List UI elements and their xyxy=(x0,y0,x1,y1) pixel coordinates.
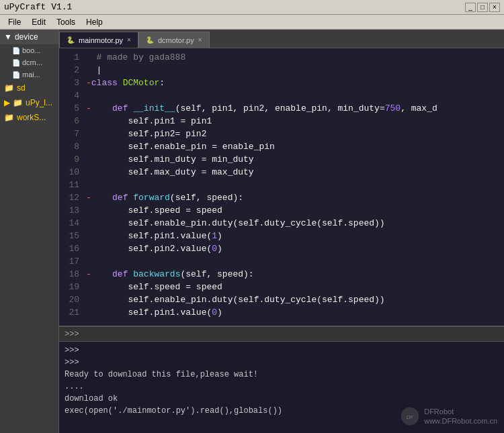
sidebar-item-works[interactable]: 📁 workS... xyxy=(0,110,58,125)
watermark-text: DFRobot www.DFRobot.com.cn xyxy=(424,407,497,426)
terminal-bar: >>> xyxy=(59,327,504,342)
sidebar-item-sd[interactable]: 📁 sd xyxy=(0,81,58,95)
window-controls: _ □ × xyxy=(464,3,500,12)
sidebar-device-label: device xyxy=(15,32,38,42)
sidebar: ▼ device 📄 boo... 📄 dcm... 📄 mai... 📁 sd… xyxy=(0,30,59,433)
watermark-brand: DFRobot xyxy=(424,407,497,416)
maximize-button[interactable]: □ xyxy=(477,3,488,12)
menu-help[interactable]: Help xyxy=(81,16,108,28)
terminal-prompt-label: >>> xyxy=(65,330,79,339)
terminal-line-3: Ready to download this file,please wait! xyxy=(65,369,499,381)
file-icon-mai: 📄 xyxy=(12,71,20,79)
sidebar-device[interactable]: ▼ device xyxy=(0,30,58,44)
sidebar-label-boo: boo... xyxy=(22,46,41,54)
editor-area: 🐍 mainmotor.py × 🐍 dcmotor.py × 1 2 3 4 … xyxy=(59,30,504,433)
sidebar-label-works: workS... xyxy=(17,113,46,122)
app-title: uPyCraft V1.1 xyxy=(4,2,72,12)
tab-close-mainmotor[interactable]: × xyxy=(127,36,131,44)
title-bar: uPyCraft V1.1 _ □ × xyxy=(0,0,504,15)
menu-edit[interactable]: Edit xyxy=(26,16,51,28)
triangle-icon: ▼ xyxy=(4,32,12,42)
menu-bar: File Edit Tools Help xyxy=(0,15,504,30)
menu-tools[interactable]: Tools xyxy=(51,16,81,28)
file-icon-boo: 📄 xyxy=(12,47,20,54)
tab-dcmotor[interactable]: 🐍 dcmotor.py × xyxy=(138,32,210,48)
sidebar-label-mai: mai... xyxy=(22,70,40,79)
tab-mainmotor[interactable]: 🐍 mainmotor.py × xyxy=(59,32,138,48)
watermark-url: www.DFRobot.com.cn xyxy=(424,416,497,426)
tab-close-dcmotor[interactable]: × xyxy=(198,36,202,44)
py-icon-2: 🐍 xyxy=(146,36,154,44)
dfrobot-logo: DF xyxy=(400,406,420,426)
menu-file[interactable]: File xyxy=(3,16,26,28)
terminal-line-2: >>> xyxy=(65,356,499,369)
sidebar-item-dcm[interactable]: 📄 dcm... xyxy=(0,56,58,68)
line-numbers: 1 2 3 4 5 6 7 8 9 10 11 12 13 14 15 16 1… xyxy=(59,48,83,326)
terminal-line-4: .... xyxy=(65,381,499,393)
folder-icon-upy: 📁 xyxy=(13,98,23,107)
code-editor[interactable]: 1 2 3 4 5 6 7 8 9 10 11 12 13 14 15 16 1… xyxy=(59,48,504,326)
folder-icon-sd: 📁 xyxy=(4,83,14,93)
sidebar-label-upy: uPy_l... xyxy=(26,98,52,107)
file-icon-dcm: 📄 xyxy=(12,59,20,66)
code-content[interactable]: # made by gada888 | -class DCMotor: - de… xyxy=(83,48,504,326)
sidebar-item-upy[interactable]: ▶ 📁 uPy_l... xyxy=(0,95,58,110)
watermark: DF DFRobot www.DFRobot.com.cn xyxy=(400,406,497,426)
close-button[interactable]: × xyxy=(489,3,500,12)
sidebar-label-sd: sd xyxy=(17,83,26,93)
svg-text:DF: DF xyxy=(407,414,413,420)
tab-label-mainmotor: mainmotor.py xyxy=(79,36,123,44)
folder-icon-works: 📁 xyxy=(4,113,14,122)
tab-bar: 🐍 mainmotor.py × 🐍 dcmotor.py × xyxy=(59,30,504,48)
minimize-button[interactable]: _ xyxy=(465,3,476,12)
sidebar-item-boo[interactable]: 📄 boo... xyxy=(0,44,58,56)
terminal-line-5: download ok xyxy=(65,393,499,405)
main-area: ▼ device 📄 boo... 📄 dcm... 📄 mai... 📁 sd… xyxy=(0,30,504,433)
sidebar-label-dcm: dcm... xyxy=(22,58,42,66)
terminal-line-1: >>> xyxy=(65,344,499,356)
tab-label-dcmotor: dcmotor.py xyxy=(158,36,194,44)
triangle-icon-upy: ▶ xyxy=(4,98,10,107)
sidebar-item-mai[interactable]: 📄 mai... xyxy=(0,68,58,81)
py-icon-1: 🐍 xyxy=(67,36,75,44)
